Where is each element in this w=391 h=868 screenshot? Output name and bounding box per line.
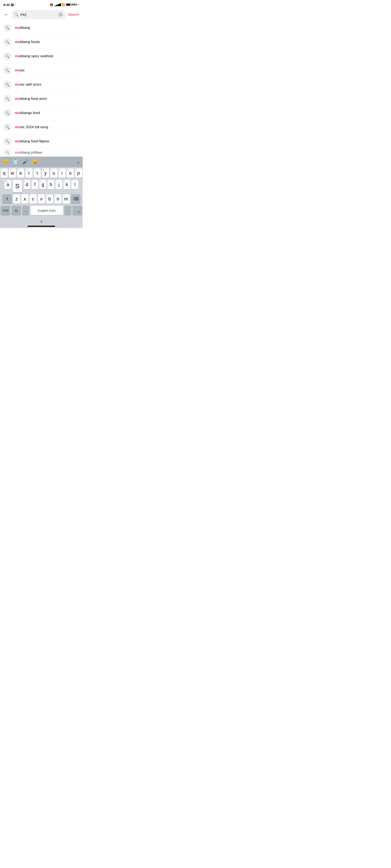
key-row-3: ⇧ z x c :v ;b !n ?m ⌫ — [1, 194, 82, 204]
suggestion-icon-circle-6: 🔍 — [3, 95, 11, 103]
keyboard: 1q 2w 3e 4r 5t 6y 7u 8i 9o 0p @a S £d _f… — [0, 167, 83, 218]
keyboard-toolbar: 😊 👕 🎤 😀 ⌄ — [0, 157, 83, 167]
key-b[interactable]: ;b — [46, 194, 53, 204]
key-y[interactable]: 6y — [42, 168, 49, 178]
back-button[interactable]: ← — [3, 11, 10, 19]
key-space[interactable]: English (UK) — [31, 206, 63, 215]
suggestion-icon-circle-10: 🔍 — [3, 149, 11, 157]
suggestion-icon-circle-9: 🔍 — [3, 137, 11, 145]
search-icon-small-2: 🔍 — [5, 40, 9, 44]
suggestion-highlight-7: mu — [15, 111, 20, 115]
shirt-toolbar-icon[interactable]: 👕 — [12, 159, 18, 165]
suggestion-highlight-3: mu — [15, 54, 20, 58]
suggestion-text-5: music with lyrics — [15, 83, 41, 87]
emoji-toolbar-icon[interactable]: 😊 — [3, 159, 8, 165]
suggestion-highlight-5: mu — [15, 83, 20, 87]
search-icon-small-10: 🔍 — [5, 151, 9, 154]
back-arrow-icon: ← — [4, 12, 9, 18]
key-f[interactable]: _f — [32, 180, 38, 189]
mic-toolbar-icon[interactable]: 🎤 — [23, 159, 28, 165]
key-row-2: @a S £d _f &g -h +j (k )l — [1, 180, 82, 192]
dot-indicator: · — [15, 3, 16, 6]
key-e[interactable]: 3e — [17, 168, 24, 178]
status-bar: 8:35 🎥 · 🔕 ▁▃▅▇ 📶 85% — [0, 0, 83, 8]
key-emoji[interactable]: ☺ — [11, 206, 21, 215]
suggestion-item-4[interactable]: 🔍 music — [0, 63, 83, 78]
vibrate-icon: 🔕 — [50, 3, 53, 6]
signal-icon: ▁▃▅▇ — [54, 3, 61, 6]
suggestion-highlight-10: mu — [15, 151, 20, 154]
suggestion-icon-circle-5: 🔍 — [3, 81, 11, 89]
wifi-icon: 📶 — [62, 3, 65, 6]
suggestion-text-7: mukbangs food — [15, 111, 40, 115]
suggestion-item-2[interactable]: 🔍 mukbang foods — [0, 35, 83, 49]
suggestion-text-2: mukbang foods — [15, 40, 40, 44]
collapse-keyboard-icon[interactable]: ⌄ — [76, 159, 80, 165]
key-u[interactable]: 7u — [50, 168, 57, 178]
suggestion-text-1: mukbang — [15, 26, 30, 30]
bottom-bar-inner: ∨ — [0, 219, 83, 227]
key-p[interactable]: 0p — [75, 168, 82, 178]
suggestion-icon-circle-8: 🔍 — [3, 123, 11, 131]
battery-green-dot — [78, 4, 79, 5]
key-o[interactable]: 9o — [67, 168, 74, 178]
key-shift[interactable]: ⇧ — [2, 194, 12, 204]
keyboard-area: 😊 👕 🎤 😀 ⌄ 1q 2w 3e 4r 5t 6y 7u 8i 9o 0p … — [0, 157, 83, 228]
suggestion-highlight-9: mu — [15, 139, 20, 143]
key-j[interactable]: +j — [56, 180, 62, 189]
key-c[interactable]: c — [30, 194, 37, 204]
search-input-value: mu — [20, 12, 25, 17]
search-action-button[interactable]: Search — [67, 12, 80, 18]
suggestion-item-6[interactable]: 🔍 mukbang food asmr — [0, 92, 83, 106]
bottom-bar: ∨ — [0, 218, 83, 228]
key-num[interactable]: ?123 — [1, 206, 10, 215]
key-m[interactable]: ?m — [63, 194, 70, 204]
key-q[interactable]: 1q — [1, 168, 8, 178]
suggestion-item-9[interactable]: 🔍 mukbang food filipino — [0, 134, 83, 149]
key-x[interactable]: x — [22, 194, 28, 204]
suggestions-list: 🔍 mukbang 🔍 mukbang foods 🔍 mukbang spic… — [0, 21, 83, 157]
key-l[interactable]: )l — [71, 180, 78, 189]
search-icon-small-7: 🔍 — [5, 111, 9, 115]
key-k[interactable]: (k — [64, 180, 70, 189]
search-icon-small-6: 🔍 — [5, 97, 9, 101]
suggestion-text-3: mukbang spicy seafood — [15, 54, 53, 58]
key-z[interactable]: z — [13, 194, 20, 204]
search-icon-small-3: 🔍 — [5, 54, 9, 58]
suggestion-item-8[interactable]: 🔍 music 2024 full song — [0, 120, 83, 134]
suggestion-item-3[interactable]: 🔍 mukbang spicy seafood — [0, 49, 83, 63]
key-backspace[interactable]: ⌫ — [71, 194, 81, 204]
bottom-collapse-icon[interactable]: ∨ — [40, 219, 43, 224]
key-n[interactable]: !n — [55, 194, 61, 204]
battery-bar — [66, 3, 71, 6]
key-period[interactable]: . — [64, 206, 71, 215]
key-i[interactable]: 8i — [59, 168, 65, 178]
suggestion-text-4: music — [15, 68, 25, 72]
suggestion-item-10[interactable]: 🔍 mukbang jollibee — [0, 149, 83, 157]
search-input[interactable]: mu — [20, 12, 57, 17]
suggestion-item-5[interactable]: 🔍 music with lyrics — [0, 78, 83, 92]
suggestion-text-9: mukbang food filipino — [15, 139, 50, 144]
key-w[interactable]: 2w — [9, 168, 16, 178]
suggestion-item-1[interactable]: 🔍 mukbang — [0, 21, 83, 35]
suggestion-icon-circle-7: 🔍 — [3, 109, 11, 117]
key-h[interactable]: -h — [48, 180, 54, 189]
search-input-container[interactable]: 🔍 mu × — [12, 10, 65, 19]
suggestion-item-7[interactable]: 🔍 mukbangs food — [0, 106, 83, 120]
camera-indicator: 🎥 — [10, 3, 14, 6]
key-comma[interactable]: , — [22, 206, 29, 215]
smiley-toolbar-icon[interactable]: 😀 — [32, 159, 38, 165]
key-a[interactable]: @a — [4, 180, 11, 189]
key-g[interactable]: &g — [39, 180, 46, 189]
key-s-active[interactable]: S — [12, 180, 22, 192]
clear-button[interactable]: × — [59, 12, 63, 17]
key-search[interactable]: 🔍 — [72, 206, 82, 215]
search-icon-small-9: 🔍 — [5, 140, 9, 144]
key-t[interactable]: 5t — [34, 168, 41, 178]
key-r[interactable]: 4r — [25, 168, 32, 178]
key-v[interactable]: :v — [38, 194, 45, 204]
suggestion-icon-circle-2: 🔍 — [3, 38, 11, 46]
key-d[interactable]: £d — [24, 180, 30, 189]
suggestion-icon-circle-3: 🔍 — [3, 52, 11, 60]
search-bar-row: ← 🔍 mu × Search — [0, 8, 83, 21]
